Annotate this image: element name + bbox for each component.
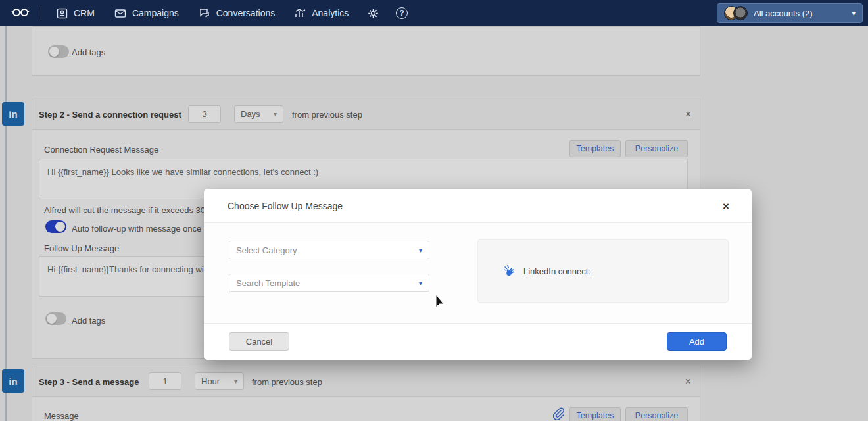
logo-icon (11, 7, 30, 20)
chevron-down-icon: ▾ (419, 247, 422, 254)
nav-item-crm[interactable]: CRM (47, 0, 105, 26)
choose-followup-modal: Choose Follow Up Message × Select Catego… (204, 189, 752, 360)
template-select[interactable]: Search Template ▾ (229, 274, 429, 292)
nav-item-campaigns[interactable]: Campaigns (105, 0, 189, 26)
nav-item-label: Campaigns (132, 8, 179, 18)
nav-item-conversations[interactable]: Conversations (189, 0, 285, 26)
nav-item-label: Analytics (312, 8, 349, 18)
chevron-down-icon: ▾ (419, 280, 422, 287)
chevron-down-icon: ▾ (852, 9, 856, 18)
top-nav: CRM Campaigns Conversations (0, 0, 868, 26)
nav-divider (41, 6, 41, 20)
modal-title: Choose Follow Up Message (228, 201, 343, 211)
modal-header: Choose Follow Up Message × (204, 189, 752, 223)
help-button[interactable]: ? (387, 0, 416, 26)
modal-footer: Cancel Add (204, 323, 752, 360)
account-switcher-label: All accounts (2) (754, 9, 813, 18)
template-icon (503, 265, 518, 277)
template-select-placeholder: Search Template (236, 278, 300, 288)
help-glyph: ? (400, 9, 404, 18)
template-preview-label: LinkedIn connect: (523, 266, 591, 276)
nav-item-label: CRM (74, 8, 95, 18)
account-avatars (724, 6, 748, 20)
add-button[interactable]: Add (667, 332, 727, 351)
avatar-2 (733, 6, 748, 20)
gear-icon (367, 7, 379, 20)
app-screen: CRM Campaigns Conversations (0, 0, 868, 421)
alfred-goggles-logo[interactable] (5, 7, 36, 20)
category-select[interactable]: Select Category ▾ (229, 241, 429, 259)
account-switcher[interactable]: All accounts (2) ▾ (717, 3, 863, 23)
campaigns-icon (114, 9, 126, 18)
category-select-placeholder: Select Category (236, 245, 297, 255)
template-preview-panel[interactable]: LinkedIn connect: (477, 239, 729, 303)
conversations-icon (199, 8, 210, 18)
nav-item-label: Conversations (216, 8, 276, 18)
crm-contact-icon (57, 8, 68, 19)
nav-item-analytics[interactable]: Analytics (285, 0, 358, 26)
cancel-button[interactable]: Cancel (229, 332, 289, 351)
analytics-icon (295, 8, 306, 18)
modal-body: Select Category ▾ Search Template ▾ Link… (204, 223, 752, 323)
modal-close-icon[interactable]: × (723, 200, 729, 211)
settings-button[interactable] (358, 0, 387, 26)
help-icon: ? (396, 7, 408, 19)
